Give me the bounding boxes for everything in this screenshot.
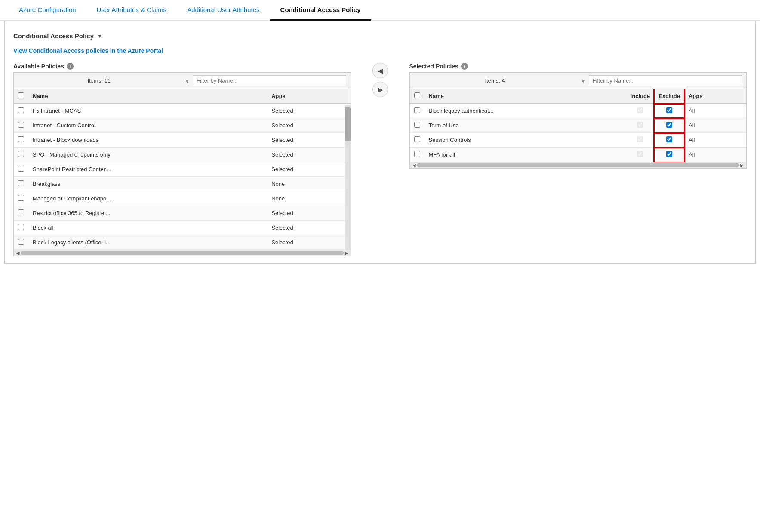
available-table-header-row: Name Apps bbox=[14, 89, 351, 104]
selected-horizontal-scrollbar[interactable]: ◀ ▶ bbox=[410, 162, 747, 168]
available-row-checkbox[interactable] bbox=[18, 195, 24, 201]
available-table-row: SPO - Managed endpoints only Selected bbox=[14, 148, 351, 162]
selected-policies-table: Name Include Exclude Apps Block legacy a… bbox=[410, 89, 747, 162]
selected-table-header-row: Name Include Exclude Apps bbox=[410, 89, 747, 104]
available-row-apps: Selected bbox=[267, 133, 350, 148]
available-table-row: SharePoint Restricted Conten... Selected bbox=[14, 162, 351, 177]
available-row-checkbox[interactable] bbox=[18, 151, 24, 157]
available-table-row: Block Legacy clients (Office, I... Selec… bbox=[14, 235, 351, 250]
selected-row-exclude-checkbox[interactable] bbox=[666, 107, 672, 113]
available-table-row: Restrict office 365 to Register... Selec… bbox=[14, 206, 351, 221]
available-row-apps: None bbox=[267, 191, 350, 206]
available-row-apps: Selected bbox=[267, 206, 350, 221]
available-row-name: F5 Intranet - MCAS bbox=[28, 104, 267, 118]
section-header: Conditional Access Policy ▼ bbox=[13, 28, 747, 42]
available-row-apps: Selected bbox=[267, 221, 350, 235]
available-policies-toolbar: Items: 11 ▼ bbox=[14, 73, 351, 89]
selected-row-checkbox[interactable] bbox=[414, 122, 420, 128]
top-tabs-bar: Azure Configuration User Attributes & Cl… bbox=[0, 0, 760, 21]
selected-col-apps: Apps bbox=[684, 89, 746, 104]
selected-row-exclude-checkbox[interactable] bbox=[666, 136, 672, 142]
selected-row-exclude-checkbox[interactable] bbox=[666, 122, 672, 128]
selected-scroll-right-arrow[interactable]: ▶ bbox=[739, 163, 745, 168]
tab-additional-attributes[interactable]: Additional User Attributes bbox=[177, 0, 270, 21]
available-row-name: SharePoint Restricted Conten... bbox=[28, 162, 267, 177]
transfer-right-button[interactable]: ▶ bbox=[372, 82, 388, 97]
selected-row-include-cell bbox=[626, 133, 655, 148]
selected-policies-label: Selected Policies i bbox=[409, 63, 747, 70]
available-select-all-checkbox[interactable] bbox=[18, 92, 24, 98]
selected-col-include: Include bbox=[626, 89, 655, 104]
available-horizontal-scrollbar[interactable]: ◀ ▶ bbox=[14, 250, 351, 256]
available-row-name: Block Legacy clients (Office, I... bbox=[28, 235, 267, 250]
selected-row-include-checkbox[interactable] bbox=[637, 107, 643, 113]
available-table-wrapper[interactable]: Name Apps F5 Intranet - MCAS Selected In… bbox=[14, 89, 351, 250]
available-row-checkbox[interactable] bbox=[18, 136, 24, 142]
tab-azure-config[interactable]: Azure Configuration bbox=[9, 0, 86, 21]
transfer-buttons: ◀ ▶ bbox=[368, 63, 392, 97]
tab-user-attributes[interactable]: User Attributes & Claims bbox=[86, 0, 177, 21]
tab-conditional-access[interactable]: Conditional Access Policy bbox=[270, 0, 371, 21]
selected-row-include-cell bbox=[626, 118, 655, 133]
available-scroll-left-arrow[interactable]: ◀ bbox=[15, 251, 21, 255]
available-row-apps: Selected bbox=[267, 235, 350, 250]
selected-row-exclude-cell bbox=[654, 133, 684, 148]
available-filter-area: ▼ bbox=[184, 75, 346, 86]
available-table-row: Intranet - Block downloads Selected bbox=[14, 133, 351, 148]
available-row-checkbox[interactable] bbox=[18, 122, 24, 128]
selected-scroll-left-arrow[interactable]: ◀ bbox=[412, 163, 417, 168]
available-row-apps: Selected bbox=[267, 104, 350, 118]
available-table-row: Breakglass None bbox=[14, 177, 351, 191]
available-row-apps: Selected bbox=[267, 162, 350, 177]
available-row-checkbox[interactable] bbox=[18, 209, 24, 215]
panels-row: Available Policies i Items: 11 ▼ bbox=[13, 63, 747, 256]
available-policies-info-icon[interactable]: i bbox=[67, 63, 74, 70]
selected-row-exclude-checkbox[interactable] bbox=[666, 151, 672, 157]
azure-portal-link[interactable]: View Conditional Access policies in the … bbox=[13, 47, 747, 54]
available-items-count: Items: 11 bbox=[18, 77, 180, 84]
available-vertical-scroll[interactable] bbox=[345, 105, 351, 250]
selected-row-checkbox[interactable] bbox=[414, 151, 420, 157]
available-table-row: F5 Intranet - MCAS Selected bbox=[14, 104, 351, 118]
selected-filter-input[interactable] bbox=[589, 75, 742, 86]
selected-row-checkbox[interactable] bbox=[414, 107, 420, 113]
selected-row-exclude-cell bbox=[654, 148, 684, 162]
selected-row-include-checkbox[interactable] bbox=[637, 122, 643, 128]
selected-row-exclude-cell bbox=[654, 118, 684, 133]
selected-row-name: Session Controls bbox=[425, 133, 626, 148]
available-filter-input[interactable] bbox=[193, 75, 346, 86]
available-scroll-thumb bbox=[345, 107, 351, 141]
available-scroll-right-arrow[interactable]: ▶ bbox=[344, 251, 349, 255]
available-policies-table: Name Apps F5 Intranet - MCAS Selected In… bbox=[14, 89, 351, 250]
available-policies-panel: Items: 11 ▼ Name Apps bbox=[13, 72, 351, 256]
selected-row-apps: All bbox=[684, 148, 746, 162]
selected-table-row: MFA for all All bbox=[410, 148, 747, 162]
available-table-body: F5 Intranet - MCAS Selected Intranet - C… bbox=[14, 104, 351, 250]
selected-filter-area: ▼ bbox=[580, 75, 742, 86]
selected-col-name: Name bbox=[425, 89, 626, 104]
available-row-checkbox[interactable] bbox=[18, 107, 24, 113]
available-row-checkbox[interactable] bbox=[18, 239, 24, 245]
selected-row-checkbox[interactable] bbox=[414, 136, 420, 142]
available-col-name: Name bbox=[28, 89, 267, 104]
selected-select-all-checkbox[interactable] bbox=[414, 92, 420, 98]
selected-row-exclude-cell bbox=[654, 104, 684, 118]
selected-policies-toolbar: Items: 4 ▼ bbox=[410, 73, 747, 89]
available-row-checkbox[interactable] bbox=[18, 166, 24, 172]
selected-row-name: MFA for all bbox=[425, 148, 626, 162]
selected-row-apps: All bbox=[684, 104, 746, 118]
section-title: Conditional Access Policy bbox=[13, 32, 94, 40]
available-col-apps: Apps bbox=[267, 89, 350, 104]
section-dropdown-icon[interactable]: ▼ bbox=[97, 33, 102, 39]
selected-row-include-checkbox[interactable] bbox=[637, 136, 643, 142]
selected-policies-section: Selected Policies i Items: 4 ▼ bbox=[409, 63, 747, 169]
available-row-checkbox[interactable] bbox=[18, 180, 24, 186]
selected-table-row: Block legacy authenticat... All bbox=[410, 104, 747, 118]
selected-row-include-checkbox[interactable] bbox=[637, 151, 643, 157]
available-row-checkbox[interactable] bbox=[18, 224, 24, 230]
page-content: Conditional Access Policy ▼ View Conditi… bbox=[4, 21, 756, 264]
selected-policies-info-icon[interactable]: i bbox=[461, 63, 468, 70]
selected-row-include-cell bbox=[626, 148, 655, 162]
available-row-apps: None bbox=[267, 177, 350, 191]
transfer-left-button[interactable]: ◀ bbox=[372, 63, 388, 78]
